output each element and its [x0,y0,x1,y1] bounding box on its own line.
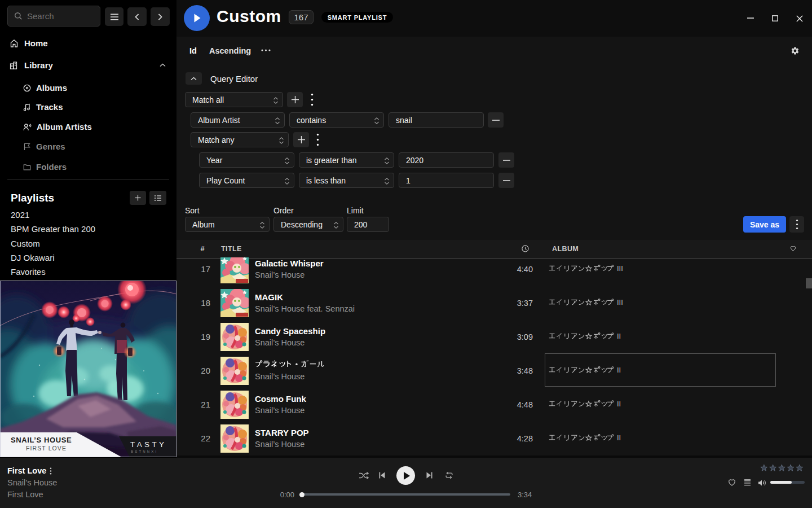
svg-text:FIRST LOVE: FIRST LOVE [26,445,67,452]
svg-text:BSTNNXI: BSTNNXI [131,450,158,453]
svg-text:SNAIL’S HOUSE: SNAIL’S HOUSE [11,436,72,444]
svg-text:II: II [617,434,621,442]
svg-text:III: III [617,299,623,306]
svg-text:III: III [617,265,623,273]
svg-text:II: II [617,332,621,340]
svg-text:II: II [617,400,621,408]
svg-text:TASTY: TASTY [130,440,167,449]
